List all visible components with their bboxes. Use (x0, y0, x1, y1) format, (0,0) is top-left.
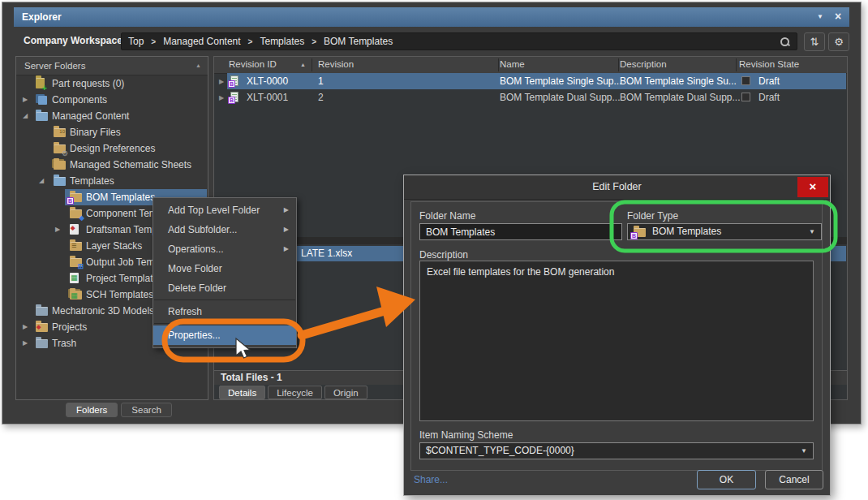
server-folders-header[interactable]: Server Folders ▲ (16, 57, 208, 75)
breadcrumb-item-bom-templates[interactable]: BOM Templates (324, 36, 393, 47)
sync-icon: ⇅ (810, 36, 819, 48)
collapse-section-icon[interactable]: ▲ (196, 57, 201, 75)
dialog-title: Edit Folder (404, 175, 830, 200)
tab-lifecycle[interactable]: Lifecycle (268, 386, 322, 399)
column-revision-state[interactable]: Revision State (739, 59, 799, 69)
expander-collapsed-icon[interactable]: ▶ (23, 96, 28, 103)
tab-details[interactable]: Details (219, 386, 265, 399)
close-icon: × (810, 179, 817, 193)
panel-menu-caret-icon[interactable]: ▼ (814, 7, 827, 27)
tree-item-part-requests[interactable]: +Part requests (0) (16, 75, 208, 92)
project-templates-icon: ▦ (70, 273, 79, 283)
tree-item-components[interactable]: ▶Components (16, 92, 208, 108)
detail-tabs: Details Lifecycle Origin (219, 386, 367, 399)
cell-description: BOM Template Single Su... (620, 75, 737, 87)
breadcrumb-item-top[interactable]: Top (128, 36, 144, 47)
column-name[interactable]: Name (500, 59, 525, 69)
folder-icon (54, 177, 66, 186)
folder-type-value: BOM Templates (652, 226, 721, 237)
dialog-content-panel: Folder Name Folder Type BBOM Templates ▼… (410, 201, 823, 471)
panel-close-icon[interactable]: × (831, 6, 844, 26)
state-checkbox[interactable] (741, 76, 750, 85)
breadcrumb-item-managed-content[interactable]: Managed Content (163, 36, 240, 47)
submenu-arrow-icon: ▶ (284, 220, 289, 239)
chevron-down-icon: ▼ (809, 224, 815, 239)
tab-folders[interactable]: Folders (66, 403, 118, 417)
menu-separator (154, 300, 295, 300)
chevron-down-icon: ▼ (801, 443, 807, 459)
dialog-close-button[interactable]: × (797, 177, 828, 197)
column-description[interactable]: Description (620, 59, 667, 69)
chevron-right-icon: > (151, 37, 156, 46)
ok-button[interactable]: OK (697, 470, 756, 489)
folder-name-label: Folder Name (419, 210, 475, 222)
folder-name-input[interactable] (419, 223, 622, 240)
row-expander-icon[interactable]: ▶ (219, 94, 224, 101)
submenu-arrow-icon: ▶ (284, 239, 289, 259)
expander-collapsed-icon[interactable]: ▶ (23, 339, 28, 347)
tree-item-managed-content[interactable]: ◢Managed Content (16, 108, 208, 124)
expander-expanded-icon[interactable]: ◢ (23, 112, 28, 119)
search-icon[interactable] (780, 37, 790, 47)
tab-origin[interactable]: Origin (324, 386, 367, 399)
tree-item-managed-schematic-sheets[interactable]: Managed Schematic Sheets (16, 157, 208, 173)
projects-folder-icon: ◆ (36, 323, 48, 332)
trash-folder-icon (36, 339, 48, 348)
folder-type-select[interactable]: BBOM Templates ▼ (627, 223, 822, 240)
table-header: Revision ID ▲ Revision Name Description … (214, 57, 847, 74)
menu-item-move-folder[interactable]: Move Folder (153, 259, 296, 278)
cell-revision-id: XLT-0001 (247, 92, 288, 103)
cell-description: BOM Template Dual Supp... (620, 92, 741, 103)
panel-titlebar: Explorer ▼ × (14, 7, 849, 27)
column-revision[interactable]: Revision (318, 59, 354, 69)
expander-collapsed-icon[interactable]: ▶ (55, 226, 60, 233)
sort-ascending-icon: ▲ (300, 62, 306, 67)
bom-template-item-icon (230, 75, 238, 86)
tree-item-design-preferences[interactable]: ⚙Design Preferences (16, 140, 208, 157)
table-row[interactable]: ▶ XLT-0001 2 BOM Template Dual Supp... B… (214, 89, 847, 106)
bom-templates-folder-icon: B (70, 193, 82, 202)
folder-type-label: Folder Type (627, 210, 678, 222)
bom-templates-folder-icon: B (634, 228, 646, 237)
panel-bottom-tabs: Folders Search (66, 403, 172, 417)
menu-item-properties[interactable]: Properties... (153, 325, 296, 345)
menu-item-operations[interactable]: Operations...▶ (153, 239, 296, 259)
cell-state: Draft (758, 75, 780, 87)
menu-separator (154, 323, 295, 324)
tab-search[interactable]: Search (121, 403, 171, 417)
expander-expanded-icon[interactable]: ◢ (39, 177, 44, 184)
folder-context-menu: Add Top Level Folder▶ Add Subfolder...▶ … (153, 197, 297, 348)
share-link[interactable]: Share... (414, 474, 448, 485)
cell-revision: 1 (318, 75, 324, 87)
component-templates-folder-icon: ◆ (70, 209, 82, 218)
menu-item-add-top-level-folder[interactable]: Add Top Level Folder▶ (153, 200, 296, 220)
sch-templates-icon: ▦ (70, 291, 82, 300)
workspace-selector[interactable]: Company Workspace▼ (24, 35, 132, 46)
menu-item-delete-folder[interactable]: Delete Folder (153, 278, 296, 298)
description-label: Description (419, 249, 468, 261)
column-revision-id[interactable]: Revision ID (229, 59, 277, 69)
edit-folder-dialog: Edit Folder × Folder Name Folder Type BB… (403, 175, 831, 496)
breadcrumb-item-templates[interactable]: Templates (260, 36, 304, 47)
layer-stacks-folder-icon: ☰ (70, 242, 82, 251)
settings-button[interactable]: ⚙ (828, 32, 849, 51)
chevron-right-icon: > (248, 37, 253, 46)
tree-item-binary-files[interactable]: 10Binary Files (16, 124, 208, 140)
row-expander-icon[interactable]: ▶ (219, 78, 224, 85)
cell-state: Draft (758, 92, 780, 103)
server-folders-title: Server Folders (24, 61, 85, 71)
components-icon (38, 96, 47, 105)
state-checkbox[interactable] (741, 93, 750, 101)
description-textarea[interactable]: Excel file templates for the BOM generat… (419, 261, 814, 421)
item-naming-scheme-select[interactable]: $CONTENT_TYPE_CODE-{0000} ▼ (419, 442, 814, 459)
draftsman-templates-icon: ◆ (70, 224, 79, 235)
expander-collapsed-icon[interactable]: ▶ (23, 323, 28, 330)
menu-item-add-subfolder[interactable]: Add Subfolder...▶ (153, 220, 296, 239)
binary-files-folder-icon: 10 (54, 128, 66, 137)
naming-scheme-value: $CONTENT_TYPE_CODE-{0000} (426, 445, 574, 456)
cancel-button[interactable]: Cancel (765, 470, 823, 489)
menu-item-refresh[interactable]: Refresh (153, 302, 296, 321)
sync-button[interactable]: ⇅ (804, 32, 825, 51)
tree-item-templates[interactable]: ◢Templates (16, 173, 208, 189)
table-row[interactable]: ▶ XLT-0000 1 BOM Template Single Sup... … (214, 73, 847, 89)
